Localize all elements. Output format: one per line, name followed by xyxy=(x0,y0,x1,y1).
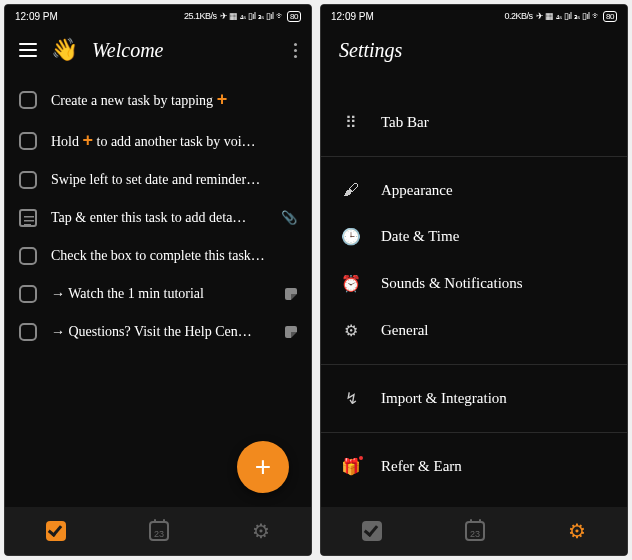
phone-right: 12:09 PM 0.2KB/s ✈ ▦ ₄ₛ ▯ıl ₃ₛ ▯ıl ᯤ 80 … xyxy=(320,4,628,556)
task-row[interactable]: Swipe left to set date and reminder… xyxy=(5,161,311,199)
header: 👋 Welcome xyxy=(5,27,311,73)
settings-item-refer[interactable]: 🎁 Refer & Earn xyxy=(321,443,627,490)
settings-item-appearance[interactable]: 🖌 Appearance xyxy=(321,167,627,213)
settings-label: Appearance xyxy=(381,182,453,199)
nav-tasks[interactable] xyxy=(46,521,66,541)
settings-list: ⠿ Tab Bar 🖌 Appearance 🕒 Date & Time ⏰ S… xyxy=(321,73,627,507)
status-net: 0.2KB/s xyxy=(505,11,533,21)
checkbox-icon[interactable] xyxy=(19,323,37,341)
settings-label: Refer & Earn xyxy=(381,458,462,475)
check-icon xyxy=(362,521,382,541)
grid-icon: ⠿ xyxy=(341,113,361,132)
settings-label: Sounds & Notifications xyxy=(381,275,523,292)
calendar-icon: 23 xyxy=(465,521,485,541)
nav-tasks[interactable] xyxy=(362,521,382,541)
settings-item-date-time[interactable]: 🕒 Date & Time xyxy=(321,213,627,260)
wave-icon: 👋 xyxy=(51,37,78,63)
checkbox-icon[interactable] xyxy=(19,171,37,189)
nav-settings[interactable]: ⚙ xyxy=(568,519,586,543)
settings-label: General xyxy=(381,322,428,339)
task-text: Swipe left to set date and reminder… xyxy=(51,172,297,188)
note-icon[interactable] xyxy=(19,209,37,227)
status-bar: 12:09 PM 25.1KB/s ✈ ▦ ₄ₛ ▯ıl ₃ₛ ▯ıl ᯤ 80 xyxy=(5,5,311,27)
gift-icon: 🎁 xyxy=(341,457,361,476)
task-row[interactable]: Create a new task by tapping + xyxy=(5,79,311,120)
battery-icon: 80 xyxy=(603,11,617,22)
task-text: → Questions? Visit the Help Cen… xyxy=(51,324,271,340)
task-text: Create a new task by tapping + xyxy=(51,89,297,110)
task-text: → Watch the 1 min tutorial xyxy=(51,286,271,302)
task-row[interactable]: Tap & enter this task to add deta… 📎 xyxy=(5,199,311,237)
check-icon xyxy=(46,521,66,541)
bottom-nav: 23 ⚙ xyxy=(5,507,311,555)
status-net: 25.1KB/s xyxy=(184,11,217,21)
status-time: 12:09 PM xyxy=(331,11,374,22)
checkbox-icon[interactable] xyxy=(19,285,37,303)
clock-icon: 🕒 xyxy=(341,227,361,246)
task-text: Hold + to add another task by voi… xyxy=(51,130,297,151)
task-row[interactable]: Hold + to add another task by voi… xyxy=(5,120,311,161)
status-icons: ✈ ▦ ₄ₛ ▯ıl ₃ₛ ▯ıl ᯤ xyxy=(536,11,601,21)
task-row[interactable]: Check the box to complete this task… xyxy=(5,237,311,275)
main-area: Create a new task by tapping + Hold + to… xyxy=(5,73,311,507)
checkbox-icon[interactable] xyxy=(19,132,37,150)
import-icon: ↯ xyxy=(341,389,361,408)
settings-item-sounds[interactable]: ⏰ Sounds & Notifications xyxy=(321,260,627,307)
gear-icon: ⚙ xyxy=(252,520,270,542)
status-time: 12:09 PM xyxy=(15,11,58,22)
doc-icon xyxy=(285,288,297,300)
alarm-icon: ⏰ xyxy=(341,274,361,293)
checkbox-icon[interactable] xyxy=(19,91,37,109)
nav-settings[interactable]: ⚙ xyxy=(252,519,270,543)
doc-icon xyxy=(285,326,297,338)
nav-calendar[interactable]: 23 xyxy=(149,521,169,541)
more-icon[interactable] xyxy=(294,43,297,58)
header: Settings xyxy=(321,27,627,73)
settings-item-tab-bar[interactable]: ⠿ Tab Bar xyxy=(321,99,627,146)
task-row[interactable]: → Watch the 1 min tutorial xyxy=(5,275,311,313)
status-icons: ✈ ▦ ₄ₛ ▯ıl ₃ₛ ▯ıl ᯤ xyxy=(220,11,285,21)
settings-label: Tab Bar xyxy=(381,114,429,131)
fab-add-button[interactable]: + xyxy=(237,441,289,493)
menu-icon[interactable] xyxy=(19,43,37,57)
settings-label: Import & Integration xyxy=(381,390,507,407)
page-title: Welcome xyxy=(92,39,280,62)
brush-icon: 🖌 xyxy=(341,181,361,199)
settings-item-import[interactable]: ↯ Import & Integration xyxy=(321,375,627,422)
gear-icon: ⚙ xyxy=(568,520,586,542)
settings-item-general[interactable]: ⚙ General xyxy=(321,307,627,354)
task-row[interactable]: → Questions? Visit the Help Cen… xyxy=(5,313,311,351)
gear-icon: ⚙ xyxy=(341,321,361,340)
nav-calendar[interactable]: 23 xyxy=(465,521,485,541)
battery-icon: 80 xyxy=(287,11,301,22)
task-text: Tap & enter this task to add deta… xyxy=(51,210,267,226)
page-title: Settings xyxy=(335,39,402,62)
bottom-nav: 23 ⚙ xyxy=(321,507,627,555)
settings-label: Date & Time xyxy=(381,228,459,245)
phone-left: 12:09 PM 25.1KB/s ✈ ▦ ₄ₛ ▯ıl ₃ₛ ▯ıl ᯤ 80… xyxy=(4,4,312,556)
task-text: Check the box to complete this task… xyxy=(51,248,297,264)
plus-icon: + xyxy=(217,89,228,109)
status-bar: 12:09 PM 0.2KB/s ✈ ▦ ₄ₛ ▯ıl ₃ₛ ▯ıl ᯤ 80 xyxy=(321,5,627,27)
calendar-icon: 23 xyxy=(149,521,169,541)
plus-icon: + xyxy=(83,130,94,150)
checkbox-icon[interactable] xyxy=(19,247,37,265)
paperclip-icon: 📎 xyxy=(281,210,297,226)
